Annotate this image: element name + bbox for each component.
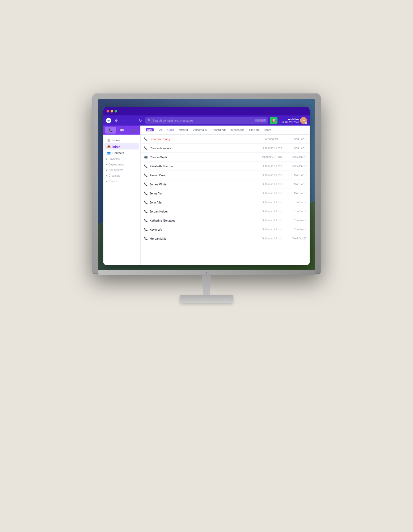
refresh-icon[interactable]: ↻ [137,118,143,123]
tab-phone[interactable]: 📞 [105,127,116,134]
chevron-right-icon: ▶ [106,169,108,171]
sidebar-item-label: Contacts [112,151,124,155]
caller-name: Brendan Chang [150,138,256,141]
tab-calls[interactable]: Calls [165,126,176,134]
call-detail: Outbound / 1 min [256,165,288,168]
monitor-wrapper: 🐦 ⚙ ← → ↻ 🔍 CMD + / 📢 [87,93,326,439]
tab-recordings[interactable]: Recordings [209,126,229,134]
table-row[interactable]: 📞 Morgan Little Outbound / 1 min Wed Oct… [141,234,310,243]
tab-voicemails[interactable]: Voicemails [191,126,209,134]
call-detail: Outbound / 1 min [256,210,288,213]
sidebar-item-inbox[interactable]: 📥 Inbox [104,143,139,149]
call-date: Wed Feb 9 [288,147,306,149]
call-date: Thu Nov 4 [288,228,306,231]
search-bar[interactable]: 🔍 CMD + / [145,117,268,124]
user-info: Lori Mitra +1 (604) 359-7840 LM [279,117,307,124]
sidebar-item-contacts[interactable]: 👥 Contacts [104,150,139,156]
back-icon[interactable]: ← [121,118,127,123]
call-detail: Outbound / 1 min [256,237,288,240]
app-window: 🐦 ⚙ ← → ↻ 🔍 CMD + / 📢 [103,107,310,265]
call-date: Thu Dec 7 [288,210,306,213]
sidebar-section-call-centers[interactable]: ▶ Call Centers [103,168,140,173]
avatar[interactable]: LM [300,117,307,124]
close-button[interactable] [107,110,109,113]
traffic-lights [107,110,117,113]
table-row[interactable]: 📞 John Allen Outbound / 1 min Thu Dec 9 [141,198,310,207]
keyboard-shortcut: CMD + / [255,119,266,122]
sidebar-item-home[interactable]: 🏠 Home [104,137,139,143]
forward-icon[interactable]: → [129,118,135,123]
call-detail: Missed call [256,138,288,140]
caller-name: Katherine Gonzales [150,219,256,222]
comm-tabs: 📞 💬 📹 [103,126,140,135]
minimize-button[interactable] [111,110,113,113]
table-row[interactable]: 📞 Jenny Yu Outbound / 1 min Mon Jan 3 [141,189,310,198]
call-detail: Outbound / 1 min [256,174,288,177]
sidebar-section-favorites[interactable]: ▶ Favorites [103,156,140,161]
call-date: Mon Jan 3 [288,192,306,195]
main-panel: New All Calls Missed Voicemails Recordin… [141,126,310,265]
phone-call-icon: 📞 [144,209,148,214]
table-row[interactable]: 📞 Claudia Ramirez Outbound / 1 min Wed F… [141,144,310,153]
sidebar-section-recent[interactable]: ▶ Recent [103,179,140,184]
search-icon: 🔍 [148,119,151,122]
search-input[interactable] [153,119,253,122]
tab-missed[interactable]: Missed [176,126,190,134]
table-row[interactable]: 📞 Farron Cruz Outbound / 1 min Mon Jan 3 [141,171,310,180]
call-date: Thu Dec 9 [288,201,306,204]
call-date: Wed Feb 9 [288,138,306,140]
tab-new[interactable]: New [144,126,157,134]
caller-name: Jordan Kolder [150,210,256,213]
table-row[interactable]: 📞 Katherine Gonzales Outbound / 1 min Th… [141,216,310,225]
tab-starred[interactable]: Starred [247,126,261,134]
call-detail: Outbound / 1 min [256,192,288,195]
sidebar-item-label: Home [112,139,120,142]
main-content: 📞 💬 📹 🏠 Home 📥 Inb [103,126,310,265]
settings-icon[interactable]: ⚙ [113,118,119,123]
phone-call-icon: 📞 [144,236,148,241]
contacts-icon: 👥 [107,151,111,155]
tab-spam[interactable]: Spam [261,126,273,134]
chevron-right-icon: ▶ [106,180,108,182]
table-row[interactable]: 📞 Jordan Kolder Outbound / 1 min Thu Dec… [141,207,310,216]
phone-call-icon: 📞 [144,146,148,150]
tab-messages[interactable]: Messages [229,126,246,134]
call-date: Mon Jan 3 [288,174,306,177]
sidebar-item-label: Inbox [112,145,120,148]
call-detail: Inbound / 21 min [256,156,288,159]
call-date: Wed Oct 20 [288,237,306,240]
caller-name: Claudia Ramirez [150,147,256,150]
monitor-body: 🐦 ⚙ ← → ↻ 🔍 CMD + / 📢 [92,93,321,274]
table-row[interactable]: 📞 Elizabeth Sharma Outbound / 1 min Tues… [141,162,310,171]
table-row[interactable]: 📹 Claudia Walti Inbound / 21 min Tues Ja… [141,153,310,162]
tab-all[interactable]: All [157,126,165,134]
announce-button[interactable]: 📢 [270,117,277,124]
caller-name: Kevin Wu [150,228,256,231]
call-detail: Outbound / 1 min [256,201,288,204]
user-phone: +1 (604) 359-7840 [279,121,299,123]
call-date: Tues Jan 25 [288,156,306,159]
toolbar: 🐦 ⚙ ← → ↻ 🔍 CMD + / 📢 [103,115,310,126]
title-bar [103,107,310,115]
table-row[interactable]: 📞 Brendan Chang Missed call Wed Feb 9 [141,135,310,144]
sidebar-section-departments[interactable]: ▶ Departments [103,162,140,167]
missed-call-icon: 📞 [144,137,148,141]
monitor-neck [199,274,214,295]
call-detail: Outbound / 1 min [256,183,288,186]
tab-video[interactable]: 📹 [128,127,139,134]
table-row[interactable]: 📞 Kevin Wu Outbound / 1 min Thu Nov 4 [141,225,310,234]
call-list: 📞 Brendan Chang Missed call Wed Feb 9 📞 … [141,135,310,265]
user-name: Lori Mitra [279,118,299,121]
phone-call-icon: 📞 [144,173,148,177]
table-row[interactable]: 📞 James Winter Outbound / 1 min Mon Jan … [141,180,310,189]
video-call-icon: 📹 [144,155,148,159]
app-logo: 🐦 [106,118,111,123]
caller-name: Jenny Yu [150,192,256,195]
tab-chat[interactable]: 💬 [116,127,127,134]
maximize-button[interactable] [115,110,117,113]
home-icon: 🏠 [107,138,111,142]
monitor-screen: 🐦 ⚙ ← → ↻ 🔍 CMD + / 📢 [98,99,315,270]
sidebar-section-channels[interactable]: ▶ Channels [103,173,140,178]
status-dot [305,122,307,124]
chevron-right-icon: ▶ [106,174,108,177]
